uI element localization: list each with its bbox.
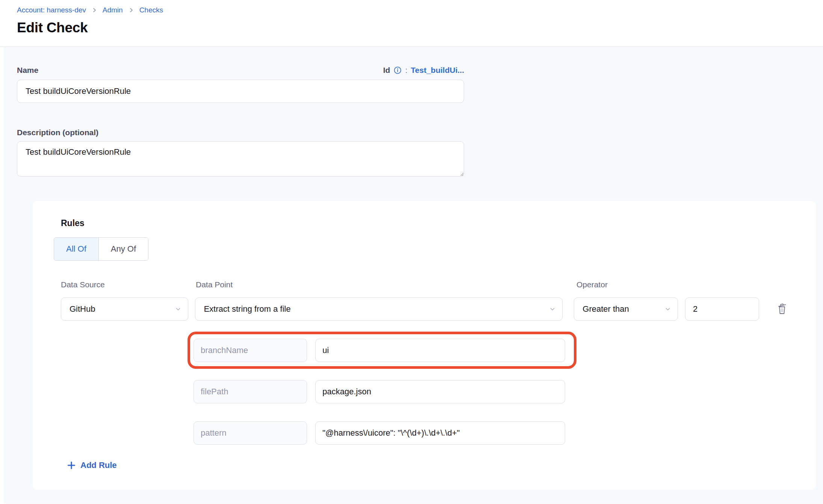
data-point-value: Extract string from a file (204, 304, 290, 314)
chevron-right-icon (129, 8, 134, 13)
data-point-label: Data Point (196, 280, 576, 289)
rule-combinator-toggle: All Of Any Of (54, 237, 148, 261)
rule-input-row-branchname (194, 339, 788, 362)
breadcrumb-account-link[interactable]: Account: harness-dev (17, 5, 86, 15)
rules-heading: Rules (61, 218, 788, 228)
rule-row: GitHub Extract string from a file Greate… (61, 297, 788, 321)
name-input[interactable] (17, 80, 464, 103)
breadcrumb-admin-link[interactable]: Admin (103, 5, 123, 15)
data-source-label: Data Source (61, 280, 196, 289)
chevron-down-icon (665, 306, 671, 312)
chevron-down-icon (549, 306, 555, 312)
left-gutter (0, 47, 4, 504)
data-source-value: GitHub (70, 304, 95, 314)
rule-input-row-filepath (194, 380, 788, 403)
chevron-right-icon (92, 8, 97, 13)
name-label: Name (17, 66, 38, 75)
operator-select[interactable]: Greater than (574, 297, 678, 321)
rule-column-labels: Data Source Data Point Operator (61, 280, 788, 289)
page-header: Account: harness-dev Admin Checks Edit C… (0, 0, 823, 47)
filepath-value-input[interactable] (315, 380, 565, 403)
data-point-select[interactable]: Extract string from a file (195, 297, 563, 321)
any-of-button[interactable]: Any Of (99, 238, 148, 260)
chevron-down-icon (175, 306, 181, 312)
description-label: Description (optional) (17, 128, 823, 137)
page-title: Edit Check (17, 20, 823, 36)
operator-value-input[interactable] (685, 297, 759, 321)
id-row: Id : Test_buildUi... (383, 66, 464, 75)
add-rule-label: Add Rule (80, 460, 117, 470)
rules-card: Rules All Of Any Of Data Source Data Poi… (33, 201, 816, 490)
id-separator: : (405, 66, 407, 75)
filepath-key-field (194, 380, 307, 403)
plus-icon (67, 461, 76, 469)
description-textarea[interactable]: Test buildUiCoreVersionRule (17, 141, 464, 177)
breadcrumb-checks-link[interactable]: Checks (139, 5, 163, 15)
id-value-link[interactable]: Test_buildUi... (411, 66, 464, 75)
operator-value: Greater than (582, 304, 629, 314)
id-label: Id (383, 66, 390, 75)
operator-label: Operator (576, 280, 608, 289)
rule-input-row-pattern (194, 421, 788, 445)
breadcrumb: Account: harness-dev Admin Checks (17, 5, 823, 15)
pattern-value-input[interactable] (315, 421, 565, 445)
info-icon[interactable] (393, 66, 402, 74)
add-rule-button[interactable]: Add Rule (67, 460, 117, 470)
branchname-key-field (194, 339, 307, 362)
pattern-key-field (194, 421, 307, 445)
data-source-select[interactable]: GitHub (61, 297, 188, 321)
delete-rule-button[interactable] (776, 303, 788, 315)
edit-check-form: Name Id : Test_buildUi... Description (o… (0, 47, 823, 504)
branchname-value-input[interactable] (315, 339, 565, 362)
trash-icon (776, 303, 788, 315)
all-of-button[interactable]: All Of (54, 238, 99, 260)
